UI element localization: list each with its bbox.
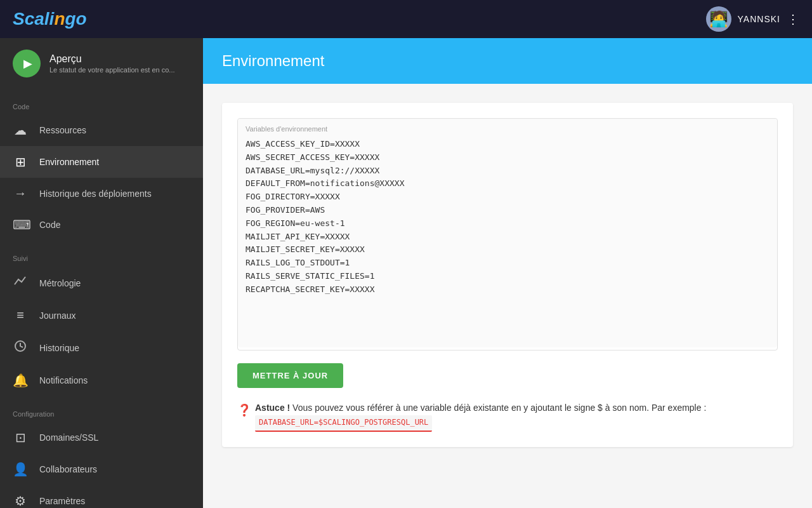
kebab-menu-icon[interactable]: ⋮	[787, 11, 799, 27]
section-label-suivi: Suivi	[0, 246, 203, 266]
tip-section: ❓ Astuce ! Vous pouvez vous référer à un…	[237, 401, 778, 432]
domain-icon: ⊡	[13, 430, 28, 445]
sidebar-item-label: Code	[39, 220, 60, 230]
history-icon	[13, 339, 28, 356]
section-label-configuration: Configuration	[0, 401, 203, 422]
bell-icon: 🔔	[13, 373, 28, 388]
sidebar-item-historique[interactable]: Historique	[0, 331, 203, 364]
section-label-code: Code	[0, 94, 203, 114]
page-title: Environnement	[222, 52, 793, 70]
user-icon: 👤	[13, 462, 28, 477]
topbar: Scalingo 🧑‍💻 YANNSKI ⋮	[0, 0, 812, 38]
sidebar-item-label: Historique	[39, 343, 79, 353]
sidebar-item-label: Métrologie	[39, 278, 81, 288]
tip-icon: ❓	[237, 401, 251, 420]
sidebar-item-code[interactable]: ⌨ Code	[0, 209, 203, 241]
sidebar-item-domaines-ssl[interactable]: ⊡ Domaines/SSL	[0, 422, 203, 453]
sidebar-item-label: Ressources	[39, 125, 86, 135]
sidebar-item-journaux[interactable]: ≡ Journaux	[0, 300, 203, 331]
sidebar-item-metrologie[interactable]: Métrologie	[0, 266, 203, 300]
app-name: Aperçu	[49, 53, 175, 65]
main-layout: ▶ Aperçu Le statut de votre application …	[0, 38, 812, 508]
gear-icon: ⚙	[13, 493, 28, 508]
sidebar-item-label: Journaux	[39, 311, 76, 321]
sidebar-item-label: Domaines/SSL	[39, 432, 98, 443]
logo: Scalingo	[13, 9, 87, 29]
sidebar-item-label: Historique des déploiements	[39, 189, 152, 199]
app-subtitle: Le statut de votre application est en co…	[49, 66, 175, 74]
sidebar-item-environnement[interactable]: ⊞ Environnement	[0, 146, 203, 178]
cloud-icon: ☁	[13, 123, 28, 138]
env-card: Variables d'environnement AWS_ACCESS_KEY…	[222, 103, 793, 447]
content: Environnement Variables d'environnement …	[203, 38, 812, 508]
sidebar-item-label: Collaborateurs	[39, 464, 97, 474]
sidebar-item-historique-deploiements[interactable]: → Historique des déploiements	[0, 178, 203, 209]
keyboard-icon: ⌨	[13, 217, 28, 232]
app-status-button[interactable]: ▶	[13, 50, 41, 77]
page-header: Environnement	[203, 38, 812, 84]
env-textarea[interactable]: AWS_ACCESS_KEY_ID=XXXXX AWS_SECRET_ACCES…	[238, 119, 777, 347]
list-icon: ≡	[13, 308, 28, 323]
sidebar-item-label: Notifications	[39, 375, 88, 385]
update-button[interactable]: METTRE À JOUR	[237, 363, 343, 388]
sidebar-item-collaborateurs[interactable]: 👤 Collaborateurs	[0, 453, 203, 485]
page-body: Variables d'environnement AWS_ACCESS_KEY…	[203, 84, 812, 508]
chart-icon	[13, 274, 28, 291]
username: YANNSKI	[738, 14, 780, 24]
tip-code-example: DATABASE_URL=$SCALINGO_POSTGRESQL_URL	[255, 415, 432, 431]
sidebar-item-parametres[interactable]: ⚙ Paramètres	[0, 485, 203, 508]
play-icon: ▶	[23, 57, 32, 70]
sidebar-item-notifications[interactable]: 🔔 Notifications	[0, 364, 203, 396]
sidebar-item-label: Paramètres	[39, 496, 85, 506]
app-status: ▶ Aperçu Le statut de votre application …	[0, 38, 203, 89]
tip-text: Astuce ! Vous pouvez vous référer à une …	[255, 401, 778, 432]
logo-text: Scalingo	[13, 9, 87, 29]
env-textarea-container: Variables d'environnement AWS_ACCESS_KEY…	[237, 118, 778, 351]
grid-icon: ⊞	[13, 154, 28, 170]
avatar: 🧑‍💻	[706, 6, 731, 32]
user-menu[interactable]: 🧑‍💻 YANNSKI ⋮	[706, 6, 799, 32]
sidebar-item-ressources[interactable]: ☁ Ressources	[0, 114, 203, 146]
arrow-icon: →	[13, 186, 28, 201]
sidebar: ▶ Aperçu Le statut de votre application …	[0, 38, 203, 508]
sidebar-item-label: Environnement	[39, 157, 99, 167]
